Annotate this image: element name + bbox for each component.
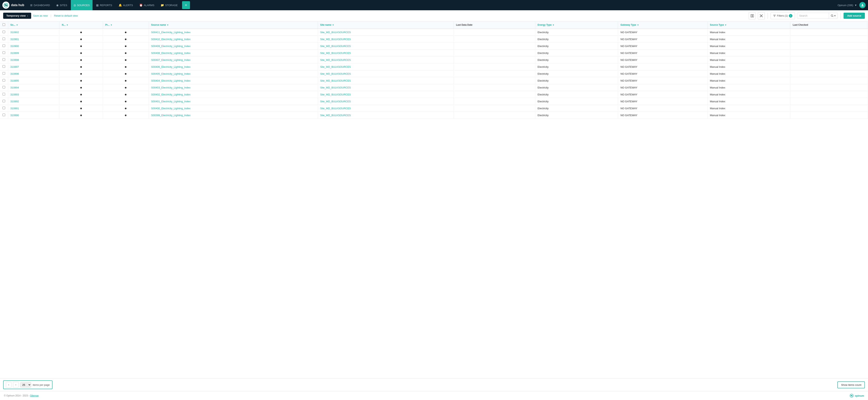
columns-toggle-button[interactable] bbox=[749, 12, 756, 19]
source-id-link[interactable]: 310900 bbox=[10, 45, 19, 48]
nav-alarms[interactable]: ⏰ ALARMS bbox=[136, 0, 157, 10]
search-button[interactable]: ▾ bbox=[829, 13, 838, 19]
alerts-icon: 🔔 bbox=[119, 4, 122, 7]
pr-dot bbox=[125, 66, 126, 68]
source-id-link[interactable]: 310901 bbox=[10, 38, 19, 41]
temp-view-button[interactable]: Temporary view › bbox=[3, 12, 31, 19]
filter-site-name-icon[interactable]: ▼ bbox=[332, 24, 334, 26]
source-id-link[interactable]: 310890 bbox=[10, 114, 19, 117]
source-name-link[interactable]: S00400_Electricity_Lighting_Index bbox=[151, 107, 190, 110]
source-name-link[interactable]: S00407_Electricity_Lighting_Index bbox=[151, 58, 190, 61]
source-id-link[interactable]: 310897 bbox=[10, 65, 19, 68]
source-name-link[interactable]: S00401_Electricity_Lighting_Index bbox=[151, 100, 190, 103]
row-n bbox=[59, 63, 103, 70]
pr-dot bbox=[125, 94, 126, 95]
prev-page-button[interactable]: ‹ bbox=[6, 382, 11, 388]
source-id-link[interactable]: 310898 bbox=[10, 58, 19, 61]
source-name-link[interactable]: S00406_Electricity_Lighting_Index bbox=[151, 65, 190, 68]
filter-gateway-type-icon[interactable]: ▼ bbox=[637, 24, 639, 26]
site-name-link[interactable]: Site_MD_BULKSOURCES bbox=[320, 45, 351, 48]
filter-energy-type-icon[interactable]: ▼ bbox=[552, 24, 554, 26]
site-name-link[interactable]: Site_MD_BULKSOURCES bbox=[320, 86, 351, 89]
site-name-link[interactable]: Site_MD_BULKSOURCES bbox=[320, 79, 351, 82]
site-name-link[interactable]: Site_MD_BULKSOURCES bbox=[320, 38, 351, 41]
row-checkbox[interactable] bbox=[3, 65, 5, 68]
nav-alerts[interactable]: 🔔 ALERTS bbox=[116, 0, 136, 10]
source-id-link[interactable]: 310896 bbox=[10, 72, 19, 75]
close-view-button[interactable] bbox=[758, 12, 765, 19]
row-checkbox[interactable] bbox=[3, 45, 5, 47]
n-dot bbox=[80, 87, 82, 88]
source-name-link[interactable]: S00399_Electricity_Lighting_Index bbox=[151, 114, 190, 117]
row-last-data-date bbox=[454, 43, 535, 50]
site-name-link[interactable]: Site_MD_BULKSOURCES bbox=[320, 93, 351, 96]
filter-source-name-icon[interactable]: ▼ bbox=[167, 24, 169, 26]
source-id-link[interactable]: 310893 bbox=[10, 93, 19, 96]
header-source-type: Source Type ▼ bbox=[707, 21, 790, 29]
site-name-link[interactable]: Site_MD_BULKSOURCES bbox=[320, 31, 351, 34]
source-name-link[interactable]: S00408_Electricity_Lighting_Index bbox=[151, 52, 190, 55]
row-checkbox[interactable] bbox=[3, 37, 5, 40]
pr-dot bbox=[125, 46, 126, 47]
source-id-link[interactable]: 310892 bbox=[10, 100, 19, 103]
add-source-button[interactable]: Add source bbox=[843, 12, 865, 19]
site-name-link[interactable]: Site_MD_BULKSOURCES bbox=[320, 52, 351, 55]
nav-sites[interactable]: ◉ SITES bbox=[54, 0, 70, 10]
source-name-link[interactable]: S00404_Electricity_Lighting_Index bbox=[151, 79, 190, 82]
search-input[interactable] bbox=[797, 13, 829, 19]
row-checkbox[interactable] bbox=[3, 114, 5, 116]
row-checkbox[interactable] bbox=[3, 100, 5, 102]
row-checkbox[interactable] bbox=[3, 31, 5, 33]
source-name-link[interactable]: S00402_Electricity_Lighting_Index bbox=[151, 93, 190, 96]
nav-storage[interactable]: 📁 STORAGE bbox=[158, 0, 180, 10]
source-id-link[interactable]: 310891 bbox=[10, 107, 19, 110]
source-name-link[interactable]: S00410_Electricity_Lighting_Index bbox=[151, 38, 190, 41]
sitemap-link[interactable]: Sitemap bbox=[30, 394, 39, 397]
row-source-type: Manual Index bbox=[707, 29, 790, 36]
table-row: 310902 S00411_Electricity_Lighting_Index… bbox=[0, 29, 868, 36]
source-name-link[interactable]: S00405_Electricity_Lighting_Index bbox=[151, 72, 190, 75]
row-gateway-type: NO GATEWAY bbox=[618, 57, 707, 63]
select-all-checkbox[interactable] bbox=[3, 23, 5, 26]
row-checkbox[interactable] bbox=[3, 51, 5, 54]
row-checkbox[interactable] bbox=[3, 107, 5, 109]
filter-button[interactable]: Filters (1) 1 bbox=[771, 12, 795, 19]
filter-so-icon[interactable]: ▼ bbox=[16, 24, 18, 26]
source-name-link[interactable]: S00403_Electricity_Lighting_Index bbox=[151, 86, 190, 89]
nav-reports[interactable]: ▦ REPORTS bbox=[93, 0, 115, 10]
site-name-link[interactable]: Site_MD_BULKSOURCES bbox=[320, 72, 351, 75]
row-checkbox[interactable] bbox=[3, 72, 5, 75]
site-name-link[interactable]: Site_MD_BULKSOURCES bbox=[320, 58, 351, 61]
site-name-link[interactable]: Site_MD_BULKSOURCES bbox=[320, 114, 351, 117]
row-last-data-date bbox=[454, 98, 535, 105]
items-per-page-select[interactable]: 10 25 50 100 bbox=[20, 382, 31, 388]
source-name-link[interactable]: S00409_Electricity_Lighting_Index bbox=[151, 45, 190, 48]
filter-source-type-icon[interactable]: ▼ bbox=[725, 24, 727, 26]
next-page-button[interactable]: › bbox=[13, 382, 19, 388]
row-checkbox[interactable] bbox=[3, 79, 5, 82]
nav-sources[interactable]: ◎ SOURCES bbox=[71, 0, 93, 10]
avatar[interactable] bbox=[859, 2, 866, 8]
app-logo[interactable]: data hub bbox=[2, 2, 24, 9]
row-checkbox[interactable] bbox=[3, 86, 5, 88]
row-checkbox[interactable] bbox=[3, 93, 5, 95]
show-items-count-button[interactable]: Show items count bbox=[837, 381, 865, 388]
source-id-link[interactable]: 310895 bbox=[10, 79, 19, 82]
site-name-link[interactable]: Site_MD_BULKSOURCES bbox=[320, 100, 351, 103]
source-name-link[interactable]: S00411_Electricity_Lighting_Index bbox=[151, 31, 190, 34]
site-name-link[interactable]: Site_MD_BULKSOURCES bbox=[320, 107, 351, 110]
source-id-link[interactable]: 310902 bbox=[10, 31, 19, 34]
source-id-link[interactable]: 310899 bbox=[10, 52, 19, 55]
site-name-link[interactable]: Site_MD_BULKSOURCES bbox=[320, 65, 351, 68]
reset-default-view-link[interactable]: Reset to default view bbox=[54, 14, 78, 17]
n-dot bbox=[80, 59, 82, 61]
row-source-name: S00408_Electricity_Lighting_Index bbox=[149, 50, 318, 57]
save-as-new-link[interactable]: Save as new bbox=[33, 14, 48, 17]
nav-plus-button[interactable]: + bbox=[182, 1, 190, 9]
nav-dashboard[interactable]: ⊞ DASHBOARD bbox=[27, 0, 53, 10]
filter-n-icon[interactable]: ▼ bbox=[66, 24, 68, 26]
row-checkbox[interactable] bbox=[3, 58, 5, 61]
source-id-link[interactable]: 310894 bbox=[10, 86, 19, 89]
filter-pr-icon[interactable]: ▼ bbox=[110, 24, 112, 26]
nav-user[interactable]: Opinum (336) ▼ bbox=[838, 4, 857, 7]
